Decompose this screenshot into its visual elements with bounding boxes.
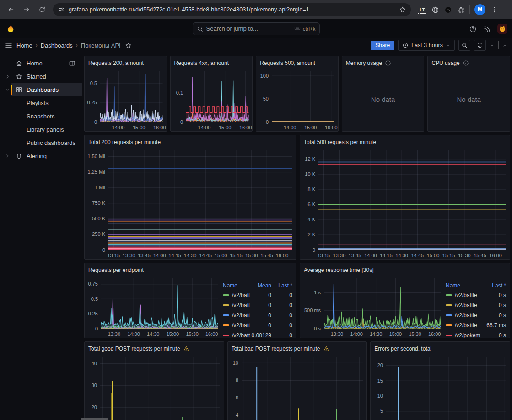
svg-text:15:00: 15:00	[133, 125, 146, 130]
panel-title[interactable]: Total bad POST requests per minute	[232, 346, 320, 352]
sidebar-item-starred[interactable]: Starred	[0, 70, 82, 83]
browser-back-button[interactable]	[5, 3, 17, 16]
sidebar-item-library-panels[interactable]: Library panels	[0, 123, 82, 136]
share-button[interactable]: Share	[371, 41, 394, 50]
home-icon	[16, 60, 27, 67]
zoom-out-button[interactable]	[458, 40, 470, 51]
svg-text:16:00: 16:00	[325, 125, 338, 130]
panel-title[interactable]: Memory usage	[346, 60, 382, 66]
info-icon[interactable]	[463, 60, 469, 66]
breadcrumb-separator: ›	[76, 42, 78, 48]
panel-title[interactable]: Requests 500, amount	[260, 60, 315, 66]
svg-text:5: 5	[380, 408, 383, 414]
legend-table: NameLast */v2/battle0 s/v2/battle0 s/v2/…	[445, 275, 510, 338]
dashboard-actions: Share Last 3 hours	[371, 40, 507, 51]
chart-total-200[interactable]: 0250 K500 K750 K1 Mil1.25 Mil1.50 Mil13:…	[85, 147, 296, 259]
chart-good-post[interactable]: 203040	[85, 353, 224, 420]
refresh-interval-chevron-icon[interactable]	[490, 43, 495, 48]
warning-icon[interactable]	[323, 346, 329, 352]
legend-row[interactable]: /v2/battle0 s	[446, 300, 506, 310]
sidebar-item-dashboards[interactable]: Dashboards	[0, 83, 82, 96]
news-icon[interactable]	[483, 25, 491, 33]
chart-avg-response-time[interactable]: 0 s500 ms1 s13:3014:0014:3015:0015:3016:…	[300, 275, 445, 338]
sidebar-item-label: Home	[27, 60, 43, 67]
panel-title[interactable]: Total 200 requests per minute	[88, 139, 161, 145]
extension-lt-icon[interactable]: LT	[418, 5, 426, 14]
address-bar[interactable]: grafana.pokemonbattle.ru/d/d55d272c-01e1…	[53, 3, 411, 16]
chart-requests-500[interactable]: 05010014:0015:0016:00	[256, 68, 338, 131]
grafana-logo[interactable]	[5, 24, 16, 34]
svg-text:16:00: 16:00	[205, 331, 218, 337]
sidebar-item-home[interactable]: Home	[0, 57, 82, 70]
legend-row[interactable]: /v2/pokemons0 s	[446, 330, 506, 338]
panel-title[interactable]: Requests 200, amount	[88, 60, 144, 66]
legend-row[interactable]: /v2/battle00	[223, 300, 292, 310]
panel-title[interactable]: Total 500 requests per minute	[304, 139, 376, 145]
svg-text:8: 8	[236, 377, 238, 383]
user-avatar[interactable]	[497, 24, 507, 34]
panel-title[interactable]: CPU usage	[431, 60, 459, 66]
panel-row-3: Requests per endpoint 00.250.50.7513:301…	[84, 263, 510, 338]
legend-header[interactable]: NameMeanLast *	[223, 281, 292, 290]
no-data-text: No data	[342, 68, 424, 131]
browser-profile-avatar[interactable]: M	[474, 4, 485, 15]
chart-requests-200[interactable]: 00.250.514:0015:0016:00	[85, 68, 167, 131]
sidebar-item-alerting[interactable]: Alerting	[0, 149, 82, 163]
breadcrumb-item[interactable]: Dashboards	[41, 42, 73, 49]
svg-text:4 K: 4 K	[307, 217, 315, 222]
chart-requests-per-endpoint[interactable]: 00.250.50.7513:3014:0014:3015:0015:3016:…	[85, 275, 222, 338]
chevron-right-icon[interactable]	[5, 153, 16, 159]
chart-requests-4xx[interactable]: 00.114:0015:0016:00	[171, 68, 253, 131]
menu-toggle-icon[interactable]	[5, 41, 13, 49]
legend-row[interactable]: /v2/battle0.001290	[223, 330, 292, 338]
breadcrumb-item[interactable]: Home	[16, 42, 32, 49]
svg-text:15:30: 15:30	[245, 253, 258, 258]
favorite-star-icon[interactable]	[125, 42, 132, 49]
dock-menu-icon[interactable]	[69, 60, 75, 67]
panel-title[interactable]: Total good POST requests per minute	[88, 346, 180, 352]
bookmark-icon[interactable]	[399, 6, 406, 13]
legend-row[interactable]: /v2/battle0 s	[446, 310, 506, 320]
legend-row[interactable]: /v2/battle0 s	[446, 290, 506, 300]
panel-title[interactable]: Requests 4xx, amount	[174, 60, 229, 66]
extension-circle-icon[interactable]	[444, 5, 452, 14]
legend-row[interactable]: /v2/battle00	[223, 310, 292, 320]
chart-errors-per-second[interactable]: 5101520	[371, 353, 510, 420]
legend-row[interactable]: /v2/battle00	[223, 290, 292, 300]
sidebar-item-playlists[interactable]: Playlists	[0, 96, 82, 110]
panel-row-2: Total 200 requests per minute 0250 K500 …	[84, 135, 510, 260]
extension-globe-icon[interactable]	[431, 5, 439, 14]
help-icon[interactable]	[469, 25, 477, 33]
svg-text:15:00: 15:00	[389, 331, 402, 337]
browser-reload-button[interactable]	[36, 3, 49, 16]
info-icon[interactable]	[385, 60, 391, 66]
refresh-button[interactable]	[474, 40, 486, 51]
svg-text:15:45: 15:45	[474, 253, 486, 258]
legend-header[interactable]: NameLast *	[446, 281, 506, 290]
site-settings-icon[interactable]	[58, 6, 65, 13]
chart-bad-post[interactable]: 46810	[228, 353, 367, 420]
search-input[interactable]: Search or jump to... ctrl+k	[193, 22, 320, 35]
warning-icon[interactable]	[183, 346, 189, 352]
extensions-puzzle-icon[interactable]	[457, 5, 465, 14]
panel-title[interactable]: Average response time [30s]	[304, 267, 374, 273]
browser-menu-icon[interactable]	[490, 5, 498, 14]
collapse-icon[interactable]	[502, 43, 507, 48]
legend-row[interactable]: /v2/battle00	[223, 320, 292, 330]
time-range-picker[interactable]: Last 3 hours	[398, 40, 455, 51]
sidebar-item-snapshots[interactable]: Snapshots	[0, 110, 82, 123]
sidebar-item-public-dashboards[interactable]: Public dashboards	[0, 136, 82, 149]
chart-total-500[interactable]: 02 K4 K6 K8 K10 K12 K13:1513:3013:4514:0…	[300, 147, 510, 259]
time-range-label: Last 3 hours	[411, 42, 443, 48]
browser-forward-button[interactable]	[20, 3, 33, 16]
svg-text:13:15: 13:15	[107, 253, 120, 258]
chevron-right-icon[interactable]	[5, 74, 16, 80]
divider	[469, 5, 470, 14]
panel-title[interactable]: Errors per second, total	[374, 346, 431, 352]
legend-row[interactable]: /v2/battle66.7 ms	[446, 320, 506, 330]
panel-title[interactable]: Requests per endpoint	[88, 267, 144, 273]
search-shortcut: ctrl+k	[294, 25, 316, 32]
chevron-down-icon[interactable]	[5, 87, 16, 93]
breadcrumb-bar: Home›Dashboards›Покемоны API Share Last …	[0, 38, 512, 52]
url-text[interactable]: grafana.pokemonbattle.ru/d/d55d272c-01e1…	[69, 6, 395, 13]
